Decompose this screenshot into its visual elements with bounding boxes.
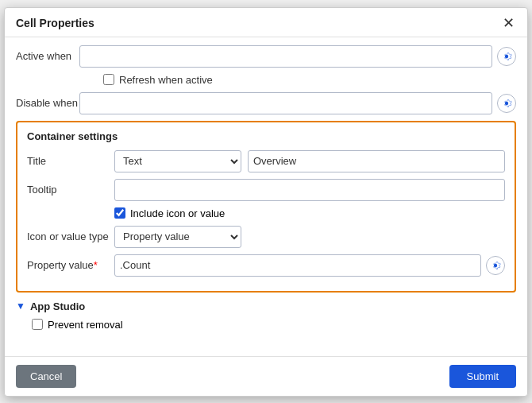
dialog-header: Cell Properties ✕ (5, 8, 527, 37)
close-button[interactable]: ✕ (501, 16, 516, 30)
app-studio-header[interactable]: ▼ App Studio (16, 300, 516, 312)
tooltip-input[interactable] (114, 179, 505, 201)
tooltip-row: Tooltip (27, 179, 505, 201)
active-when-input[interactable] (79, 45, 492, 68)
dialog-body: Active when Refresh when active Disable … (5, 37, 527, 356)
container-settings-box: Container settings Title Text Icon None … (16, 121, 516, 293)
include-icon-label: Include icon or value (130, 207, 225, 219)
refresh-when-active-row: Refresh when active (103, 74, 516, 86)
active-when-row: Active when (16, 45, 516, 68)
disable-when-gear-icon[interactable] (497, 94, 516, 113)
disable-when-row: Disable when (16, 92, 516, 114)
prevent-removal-label: Prevent removal (48, 319, 123, 331)
app-studio-section: ▼ App Studio Prevent removal (16, 300, 516, 331)
app-studio-chevron: ▼ (16, 300, 25, 312)
disable-when-label: Disable when (16, 97, 79, 109)
refresh-when-active-checkbox[interactable] (103, 74, 114, 85)
include-icon-row: Include icon or value (114, 207, 505, 219)
title-label: Title (27, 155, 114, 167)
prevent-removal-row: Prevent removal (32, 319, 516, 331)
required-star: * (94, 259, 98, 271)
title-text-input[interactable] (248, 150, 505, 172)
title-type-select[interactable]: Text Icon None (114, 150, 241, 172)
icon-type-row: Icon or value type Property value Icon E… (27, 226, 505, 248)
dialog-footer: Cancel Submit (5, 356, 527, 396)
refresh-when-active-label: Refresh when active (119, 74, 213, 86)
title-row: Title Text Icon None (27, 150, 505, 172)
submit-button[interactable]: Submit (449, 365, 516, 388)
dialog-title: Cell Properties (16, 17, 94, 29)
property-value-gear-icon[interactable] (486, 256, 505, 275)
prevent-removal-checkbox[interactable] (32, 319, 43, 330)
icon-type-label: Icon or value type (27, 231, 114, 242)
tooltip-label: Tooltip (27, 184, 114, 196)
icon-type-select[interactable]: Property value Icon Expression (114, 226, 241, 248)
active-when-gear-icon[interactable] (497, 47, 516, 66)
app-studio-label: App Studio (30, 300, 85, 312)
cancel-button[interactable]: Cancel (16, 365, 76, 388)
include-icon-checkbox[interactable] (114, 207, 125, 219)
cell-properties-dialog: Cell Properties ✕ Active when Refresh wh… (4, 7, 528, 397)
active-when-label: Active when (16, 50, 79, 62)
property-value-input[interactable] (114, 254, 481, 277)
container-settings-title: Container settings (27, 130, 505, 142)
property-value-row: Property value* (27, 254, 505, 277)
disable-when-input[interactable] (79, 92, 492, 114)
property-value-label: Property value* (27, 259, 114, 271)
